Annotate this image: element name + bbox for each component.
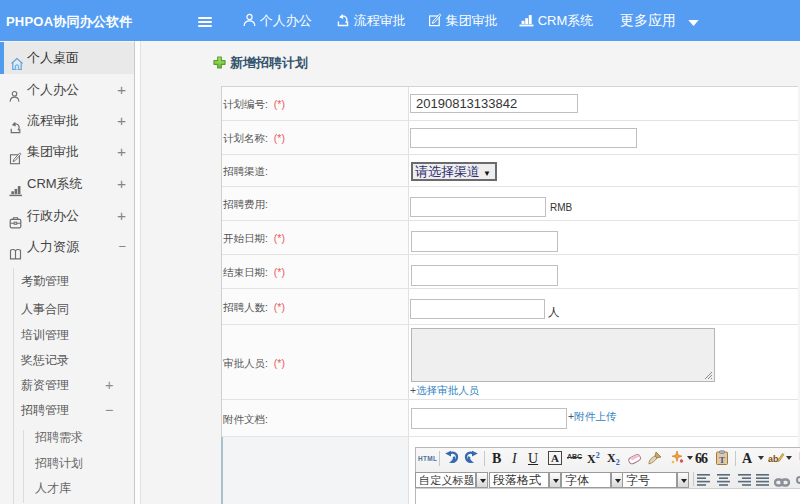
svg-text:ab: ab bbox=[768, 454, 779, 464]
svg-text:T: T bbox=[719, 455, 725, 465]
